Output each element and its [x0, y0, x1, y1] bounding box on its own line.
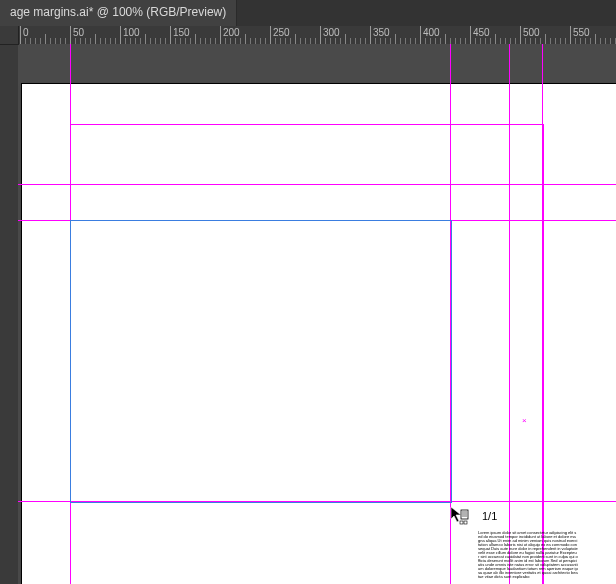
vertical-ruler[interactable] — [0, 44, 19, 584]
canvas-area[interactable]: × 1/1 Lorem ipsum dolor sit amet consect… — [18, 44, 616, 584]
text-thread-count: 1/1 — [482, 510, 497, 522]
document-tab-bar: age margins.ai* @ 100% (RGB/Preview) — [0, 0, 616, 26]
document-tab-title: age margins.ai* @ 100% (RGB/Preview) — [10, 5, 226, 19]
document-tab[interactable]: age margins.ai* @ 100% (RGB/Preview) — [0, 0, 237, 26]
threaded-text-preview: Lorem ipsum dolor sit amet consectetur a… — [478, 531, 578, 584]
ruler-origin-corner[interactable] — [0, 26, 19, 45]
artboard[interactable] — [22, 84, 616, 584]
horizontal-ruler[interactable]: 050100150200250300350400450500550 — [0, 26, 616, 45]
ruler-tick-major: 50 — [70, 26, 84, 44]
workspace: 050100150200250300350400450500550 × — [0, 26, 616, 584]
anchor-point: × — [522, 416, 527, 425]
